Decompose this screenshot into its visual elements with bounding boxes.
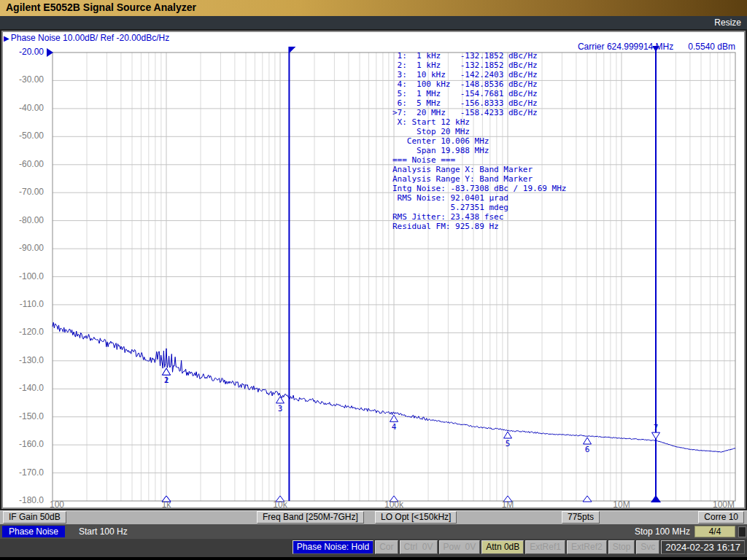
trace-pointer-icon: ▶ [4,34,9,42]
tab-scroll-button[interactable] [738,526,746,537]
x-tick-1m: 1M [502,499,514,510]
y-tick-140-0: -140.0 [0,383,44,393]
y-tick-70-00: -70.00 [0,187,44,197]
y-tick-80-00: -80.00 [0,215,44,225]
menu-bar: Resize [0,16,747,29]
svg-text:4: 4 [392,422,397,432]
carrier-readout: Carrier 624.999914 MHz0.5540 dBm [578,42,735,52]
x-tick-100k: 100k [384,499,403,510]
status-775pts[interactable]: 775pts [562,511,600,524]
indicator-attn-0db[interactable]: Attn 0dB [481,540,524,554]
title-bar: Agilent E5052B Signal Source Analyzer [0,0,747,16]
y-tick-150-0: -150.0 [0,411,44,421]
carrier-frequency: Carrier 624.999914 MHz [578,42,673,52]
datetime-display: 2024-02-23 16:17 [661,540,745,554]
status-bar: IF Gain 50dBFreq Band [250M-7GHz]LO Opt … [0,510,747,524]
marker-readout-panel: 1: 1 kHz -132.1852 dBc/Hz 2: 1 kHz -132.… [392,51,566,231]
reference-level-pointer-icon[interactable] [47,48,53,57]
indicator-extref1[interactable]: ExtRef1 [525,540,565,554]
trace-header: ▶Phase Noise 10.00dB/ Ref -20.00dBc/Hz [4,33,169,43]
indicator-svc[interactable]: Svc [636,540,659,554]
y-tick-60-00: -60.00 [0,159,44,169]
y-tick-160-0: -160.0 [0,439,44,449]
trace-scale-label: Phase Noise 10.00dB/ Ref -20.00dBc/Hz [11,33,169,43]
page-indicator[interactable]: 4/4 [694,526,735,537]
svg-text:6: 6 [585,445,590,454]
y-tick-50-00: -50.00 [0,131,44,141]
window-title: Agilent E5052B Signal Source Analyzer [6,1,196,13]
resize-button[interactable]: Resize [714,18,741,28]
y-tick-90-00: -90.00 [0,243,44,253]
y-tick-40-00: -40.00 [0,103,44,113]
status-corre-10[interactable]: Corre 10 [698,511,744,524]
y-tick-170-0: -170.0 [0,467,44,478]
indicator-extref2[interactable]: ExtRef2 [567,540,607,554]
status-if-gain-50db[interactable]: IF Gain 50dB [3,511,66,524]
svg-text:5: 5 [506,439,511,448]
y-tick-110-0: -110.0 [0,299,44,309]
svg-text:3: 3 [278,404,283,413]
sweep-stop-label: Stop 100 MHz [635,526,690,537]
trace-tab-bar: Phase Noise Start 100 Hz Stop 100 MHz 4/… [0,524,747,539]
x-tick-100m: 100M [713,499,735,510]
y-tick-130-0: -130.0 [0,355,44,365]
indicator-pow-0v[interactable]: Pow 0V [439,540,481,554]
y-tick-120-0: -120.0 [0,327,44,337]
status-freq-band-250m-7ghz[interactable]: Freq Band [250M-7GHz] [257,511,364,524]
indicator-ctrl-0v[interactable]: Ctrl 0V [400,540,438,554]
y-tick-100-0: -100.0 [0,271,44,281]
y-tick-180-0: -180.0 [0,495,44,505]
phase-noise-plot[interactable]: 1234567 [0,29,747,510]
sweep-start-label: Start 100 Hz [79,526,128,537]
y-tick-20-00: -20.00 [0,47,44,57]
trace-markers: 1234567 [162,368,661,502]
indicator-cor[interactable]: Cor [375,540,398,554]
instrument-screen: 1234567 ▶Phase Noise 10.00dB/ Ref -20.00… [0,29,747,510]
svg-text:7: 7 [654,423,659,432]
tab-phase-noise[interactable]: Phase Noise [2,526,65,537]
system-status-bar: Phase Noise: HoldCorCtrl 0VPow 0VAttn 0d… [0,539,747,560]
x-tick-100: 100 [50,499,64,510]
x-tick-10m: 10M [613,499,630,510]
indicator-stop[interactable]: Stop [608,540,635,554]
svg-text:2: 2 [164,376,169,385]
phase-noise-hold-button[interactable]: Phase Noise: Hold [293,540,374,554]
status-lo-opt-150khz[interactable]: LO Opt [<150kHz] [375,511,457,524]
x-tick-1k: 1k [162,499,171,510]
x-tick-10k: 10k [273,499,287,510]
carrier-power: 0.5540 dBm [688,42,735,52]
y-tick-30-00: -30.00 [0,74,44,85]
